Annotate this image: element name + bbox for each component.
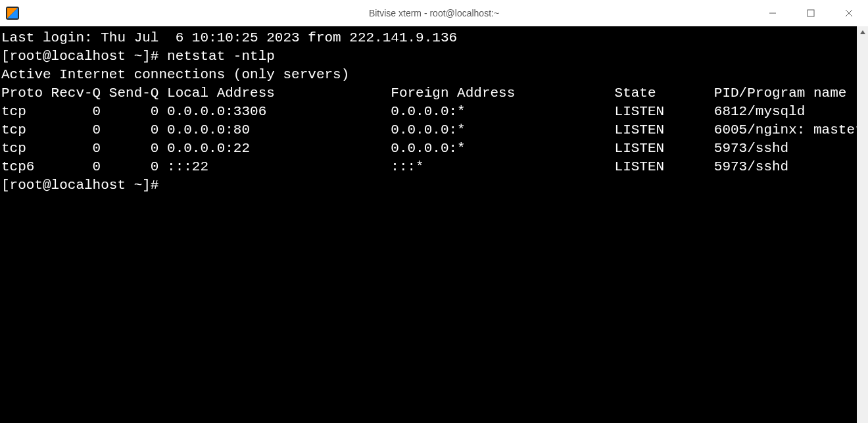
title-bar: Bitvise xterm - root@localhost:~ [0, 0, 868, 26]
scrollbar-up-icon[interactable] [857, 26, 868, 37]
vertical-scrollbar[interactable] [857, 26, 868, 423]
window-controls [754, 0, 868, 26]
window-title: Bitvise xterm - root@localhost:~ [369, 8, 499, 18]
svg-marker-7 [860, 30, 865, 34]
terminal-container: Last login: Thu Jul 6 10:10:25 2023 from… [0, 26, 868, 423]
maximize-button[interactable] [792, 0, 830, 26]
close-button[interactable] [830, 0, 868, 26]
svg-rect-4 [808, 10, 814, 16]
minimize-button[interactable] [754, 0, 792, 26]
terminal[interactable]: Last login: Thu Jul 6 10:10:25 2023 from… [0, 26, 857, 423]
app-icon [5, 6, 20, 20]
